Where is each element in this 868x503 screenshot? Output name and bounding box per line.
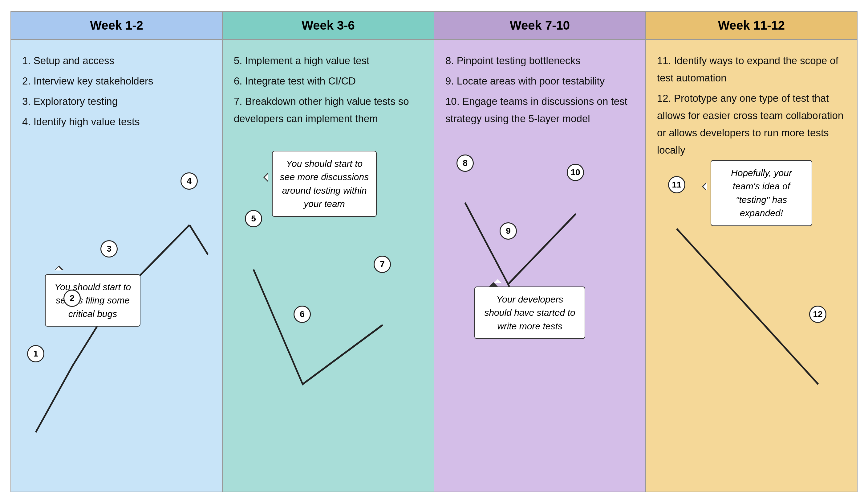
col1-task-4: 4. Identify high value tests [22,113,211,130]
col2-task-5: 5. Implement a high value test [234,52,423,69]
col1-header: Week 1-2 [11,12,222,40]
col4-body: 11. Identify ways to expand the scope of… [646,40,857,492]
col1-task-3: 3. Exploratory testing [22,93,211,110]
col3-header: Week 7-10 [434,12,645,40]
main-container: Week 1-2 1. Setup and access 2. Intervie… [10,11,858,492]
col2-body: 5. Implement a high value test 6. Integr… [223,40,434,492]
node-9: 9 [499,222,517,240]
col3-task-9: 9. Locate areas with poor testability [445,72,634,90]
node-8: 8 [456,154,474,172]
col3-tasks: 8. Pinpoint testing bottlenecks 9. Locat… [445,52,634,127]
col4-bubble-text: Hopefully, your team's idea of "testing"… [731,168,792,218]
col2-task-7: 7. Breakdown other high value tests so d… [234,93,423,127]
col2-tasks: 5. Implement a high value test 6. Integr… [234,52,423,127]
col3-body: 8. Pinpoint testing bottlenecks 9. Locat… [434,40,645,492]
col1-bubble: You should start to see us filing some c… [45,274,141,327]
node-12: 12 [809,305,826,323]
col2-bubble: You should start to see more discussions… [272,151,377,217]
node-2: 2 [63,290,81,307]
col4-tasks: 11. Identify ways to expand the scope of… [657,52,846,159]
node-6: 6 [293,305,311,323]
col2-bubble-text: You should start to see more discussions… [280,159,369,209]
col1-task-1: 1. Setup and access [22,52,211,69]
col2-header: Week 3-6 [223,12,434,40]
column-week-11-12: Week 11-12 11. Identify ways to expand t… [646,12,857,492]
column-week-1-2: Week 1-2 1. Setup and access 2. Intervie… [11,12,223,492]
col4-task-11: 11. Identify ways to expand the scope of… [657,52,846,87]
node-11: 11 [668,176,685,193]
node-3: 3 [101,240,118,258]
column-week-3-6: Week 3-6 5. Implement a high value test … [223,12,434,492]
col4-bubble: Hopefully, your team's idea of "testing"… [711,160,812,226]
col4-task-12: 12. Prototype any one type of test that … [657,90,846,159]
column-week-7-10: Week 7-10 8. Pinpoint testing bottleneck… [434,12,646,492]
node-4: 4 [180,172,198,190]
node-10: 10 [567,164,584,181]
col3-task-10: 10. Engage teams in discussions on test … [445,93,634,127]
col3-bubble-text: Your developers should have started to w… [484,294,575,331]
col3-task-8: 8. Pinpoint testing bottlenecks [445,52,634,69]
node-5: 5 [245,210,262,227]
node-7: 7 [374,256,391,273]
col4-header: Week 11-12 [646,12,857,40]
col3-bubble: Your developers should have started to w… [474,286,585,339]
col1-tasks: 1. Setup and access 2. Interview key sta… [22,52,211,130]
node-1: 1 [27,345,44,362]
col2-task-6: 6. Integrate test with CI/CD [234,72,423,90]
col1-body: 1. Setup and access 2. Interview key sta… [11,40,222,492]
col1-task-2: 2. Interview key stakeholders [22,72,211,90]
